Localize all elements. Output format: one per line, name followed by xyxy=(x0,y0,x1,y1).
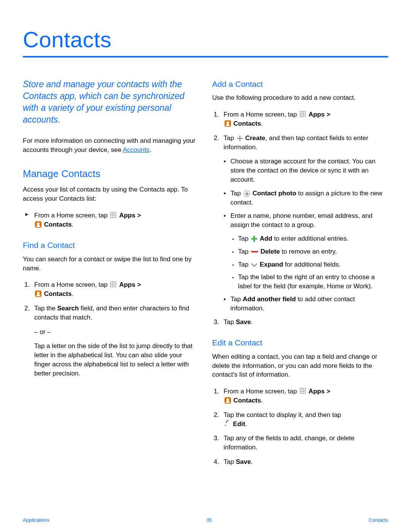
svg-point-38 xyxy=(303,113,304,114)
period: . xyxy=(251,318,253,326)
step-number: 3. xyxy=(214,434,224,452)
contacts-app-icon xyxy=(225,120,231,127)
svg-point-18 xyxy=(114,281,115,283)
bullet-icon: • xyxy=(224,157,231,184)
contacts-app-icon xyxy=(35,221,41,228)
minus-red-icon xyxy=(251,251,258,252)
bullet-icon: • xyxy=(224,295,231,313)
svg-point-21 xyxy=(112,283,113,284)
delete-label: Delete xyxy=(260,248,280,255)
svg-point-26 xyxy=(114,285,115,286)
svg-point-50 xyxy=(303,388,304,389)
gt: > xyxy=(325,388,330,395)
add-bullet-4: • Tap Add another field to add other con… xyxy=(212,295,389,313)
contacts-app-icon xyxy=(225,397,231,404)
find-step-1: 1. From a Home screen, tap Apps > Contac… xyxy=(23,280,199,299)
svg-point-54 xyxy=(303,390,304,391)
svg-point-63 xyxy=(305,393,306,394)
svg-point-16 xyxy=(110,281,112,283)
add-step-2: 2. Tap Create, and then tap contact fiel… xyxy=(212,134,389,152)
intro-text: Store and manage your contacts with the … xyxy=(23,78,199,126)
svg-point-59 xyxy=(305,391,306,392)
add-label: Add xyxy=(260,235,272,242)
step-number: 1. xyxy=(214,110,224,128)
svg-point-1 xyxy=(112,212,113,213)
dash-icon: - xyxy=(232,234,238,243)
svg-point-29 xyxy=(112,286,113,288)
svg-point-40 xyxy=(300,114,301,115)
step-text: From a Home screen, tap xyxy=(224,111,299,118)
page-footer: Applications 35 Contacts xyxy=(0,517,411,523)
svg-point-36 xyxy=(300,113,301,114)
add-bullet-1: • Choose a storage account for the conta… xyxy=(212,157,389,184)
step-text: Tap xyxy=(224,318,236,326)
add-dash-2: - Tap Delete to remove an entry. xyxy=(212,247,389,256)
period: . xyxy=(251,458,253,465)
bullet-icon: • xyxy=(224,189,231,207)
svg-point-23 xyxy=(115,283,116,284)
dash-text: Tap xyxy=(238,248,250,255)
content-columns: Store and manage your contacts with the … xyxy=(23,78,388,472)
add-dash-4: - Tap the label to the right of an entry… xyxy=(212,273,389,291)
add-field-label: Add another field xyxy=(243,296,296,303)
svg-point-10 xyxy=(114,215,115,216)
bullet-text: Enter a name, phone number, email addres… xyxy=(231,211,389,230)
period: . xyxy=(261,397,263,404)
contacts-label: Contacts xyxy=(44,221,72,228)
svg-point-24 xyxy=(110,285,112,286)
manage-step: ► From a Home screen, tap Apps > Contact… xyxy=(23,211,199,229)
svg-point-42 xyxy=(303,114,304,115)
svg-point-0 xyxy=(110,212,112,213)
step-number: 1. xyxy=(24,280,34,299)
gt: > xyxy=(135,281,141,288)
footer-right: Contacts xyxy=(369,517,388,523)
step-text: Tap xyxy=(224,458,236,465)
svg-point-13 xyxy=(112,217,113,218)
contacts-label: Contacts xyxy=(233,120,261,127)
footer-page-number: 35 xyxy=(206,517,212,523)
plus-green-icon xyxy=(251,236,257,242)
or-divider: – or – xyxy=(23,328,199,337)
svg-point-49 xyxy=(301,388,303,389)
svg-point-12 xyxy=(110,217,112,218)
svg-point-31 xyxy=(115,286,116,288)
dash-text: Tap xyxy=(238,261,250,268)
svg-point-22 xyxy=(114,283,115,284)
page-title: Contacts xyxy=(23,27,388,58)
footer-left: Applications xyxy=(23,517,49,523)
bullet-text: Choose a storage account for the contact… xyxy=(231,157,389,184)
svg-point-32 xyxy=(300,111,301,112)
right-column: Add a Contact Use the following procedur… xyxy=(212,78,389,472)
svg-point-6 xyxy=(114,214,115,215)
edit-step-2: 2. Tap the contact to display it, and th… xyxy=(212,411,389,429)
bullet-text: Tap xyxy=(231,296,243,303)
svg-point-53 xyxy=(301,390,303,391)
chevron-down-icon xyxy=(251,263,257,267)
svg-point-37 xyxy=(301,113,303,114)
step-text: Tap any of the fields to add, change, or… xyxy=(224,434,389,452)
step-number: 1. xyxy=(214,387,224,405)
step-text: Tap xyxy=(224,134,236,142)
step-number: 2. xyxy=(214,411,224,429)
step-number: 2. xyxy=(24,304,34,322)
step-text: Tap the contact to display it, and then … xyxy=(224,411,341,419)
period: . xyxy=(72,290,73,297)
dash-icon: - xyxy=(232,273,238,291)
plus-circle-icon xyxy=(244,190,250,197)
dash-text: Tap xyxy=(238,235,250,242)
svg-point-2 xyxy=(114,212,115,213)
accounts-link[interactable]: Accounts xyxy=(123,146,150,153)
add-bullet-3: • Enter a name, phone number, email addr… xyxy=(212,211,389,230)
apps-grid-icon xyxy=(299,111,306,117)
svg-point-51 xyxy=(305,388,306,389)
add-contact-heading: Add a Contact xyxy=(212,78,389,89)
dash-icon: - xyxy=(232,260,238,269)
svg-point-19 xyxy=(115,281,116,283)
svg-point-56 xyxy=(300,391,301,392)
svg-point-28 xyxy=(110,286,112,288)
period: . xyxy=(72,221,73,228)
gt: > xyxy=(135,212,141,219)
contact-photo-label: Contact photo xyxy=(252,190,296,197)
dash-text: Tap the label to the right of an entry t… xyxy=(238,273,389,291)
svg-point-39 xyxy=(305,113,306,114)
